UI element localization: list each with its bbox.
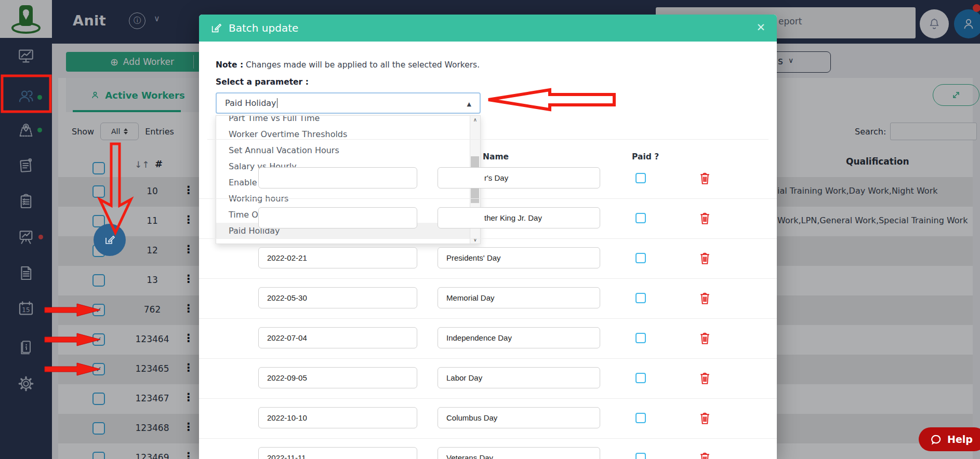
- paid-checkbox[interactable]: [635, 173, 646, 183]
- holiday-row: 2022-02-21 Presidents' Day: [199, 239, 777, 279]
- holiday-name-input[interactable]: Memorial Day: [438, 287, 600, 308]
- trash-icon: [699, 211, 711, 225]
- holiday-name-input[interactable]: ther King Jr. Day: [438, 207, 600, 228]
- delete-holiday-button[interactable]: [699, 291, 711, 307]
- parameter-combobox[interactable]: Paid Holiday: [216, 92, 481, 114]
- delete-holiday-button[interactable]: [699, 411, 711, 427]
- delete-holiday-button[interactable]: [699, 451, 711, 459]
- trash-icon: [699, 251, 711, 265]
- holiday-date-input[interactable]: [258, 207, 417, 228]
- batch-update-modal: Batch update ✕ Note : Changes made will …: [199, 15, 777, 459]
- text-cursor: [277, 98, 278, 108]
- delete-holiday-button[interactable]: [699, 331, 711, 347]
- caret-up-icon[interactable]: [467, 101, 471, 107]
- scroll-up-icon[interactable]: [470, 117, 480, 123]
- batch-edit-button[interactable]: [94, 224, 126, 256]
- paid-checkbox[interactable]: [635, 453, 646, 459]
- holiday-name-input[interactable]: Presidents' Day: [438, 247, 600, 268]
- delete-holiday-button[interactable]: [699, 251, 711, 267]
- chat-bubble-icon: [930, 434, 942, 446]
- trash-icon: [699, 451, 711, 459]
- holiday-row: 2022-09-05 Labor Day: [199, 359, 777, 399]
- holiday-row: 2022-10-10 Columbus Day: [199, 399, 777, 439]
- dropdown-option[interactable]: Set Annual Vacation Hours: [216, 142, 470, 158]
- holiday-date-input[interactable]: 2022-07-04: [258, 327, 417, 348]
- trash-icon: [699, 411, 711, 425]
- note-label: Note :: [216, 60, 243, 70]
- paid-checkbox[interactable]: [635, 333, 646, 343]
- trash-icon: [699, 171, 711, 185]
- holiday-name-input[interactable]: r's Day: [438, 167, 600, 188]
- holiday-date-input[interactable]: [258, 167, 417, 188]
- holiday-row: 2022-11-11 Veterans Day: [199, 439, 777, 459]
- holiday-date-input[interactable]: 2022-02-21: [258, 247, 417, 268]
- paid-checkbox[interactable]: [635, 213, 646, 223]
- holiday-row: ther King Jr. Day: [199, 199, 777, 239]
- note-text: Changes made will be applied to all the …: [246, 60, 480, 70]
- delete-holiday-button[interactable]: [699, 211, 711, 227]
- dropdown-option[interactable]: Part Time vs Full Time: [216, 116, 470, 126]
- holiday-name-input[interactable]: Columbus Day: [438, 407, 600, 428]
- trash-icon: [699, 331, 711, 345]
- paid-checkbox[interactable]: [635, 253, 646, 263]
- delete-holiday-button[interactable]: [699, 371, 711, 387]
- holiday-name-input[interactable]: Labor Day: [438, 367, 600, 388]
- modal-title: Batch update: [229, 22, 298, 34]
- close-icon[interactable]: ✕: [756, 21, 765, 34]
- holiday-row: 2022-07-04 Independence Day: [199, 319, 777, 359]
- holiday-row: 2022-05-30 Memorial Day: [199, 279, 777, 319]
- holiday-name-input[interactable]: Veterans Day: [438, 447, 600, 459]
- holiday-date-input[interactable]: 2022-09-05: [258, 367, 417, 388]
- modal-header: Batch update ✕: [199, 15, 777, 42]
- edit-icon: [103, 234, 116, 246]
- trash-icon: [699, 371, 711, 385]
- holiday-date-input[interactable]: 2022-05-30: [258, 287, 417, 308]
- help-button[interactable]: Help: [919, 427, 980, 451]
- paid-checkbox[interactable]: [635, 293, 646, 303]
- holiday-date-input[interactable]: 2022-10-10: [258, 407, 417, 428]
- paid-checkbox[interactable]: [635, 373, 646, 383]
- holiday-date-input[interactable]: 2022-11-11: [258, 447, 417, 459]
- table-divider: [207, 139, 769, 140]
- trash-icon: [699, 291, 711, 305]
- paid-checkbox[interactable]: [635, 413, 646, 423]
- edit-icon: [210, 22, 222, 34]
- help-label: Help: [947, 434, 973, 445]
- parameter-value: Paid Holiday: [225, 98, 276, 108]
- holiday-name-input[interactable]: Independence Day: [438, 327, 600, 348]
- dropdown-option[interactable]: Worker Overtime Thresholds: [216, 126, 470, 142]
- modal-note: Note : Changes made will be applied to a…: [216, 60, 480, 70]
- parameter-label: Select a parameter :: [216, 77, 309, 87]
- holiday-rows: r's Day ther King Jr. Day: [199, 159, 777, 459]
- holiday-row: r's Day: [199, 159, 777, 199]
- delete-holiday-button[interactable]: [699, 171, 711, 187]
- page: 15 Anit ⓘ ∨ eport: [0, 0, 980, 459]
